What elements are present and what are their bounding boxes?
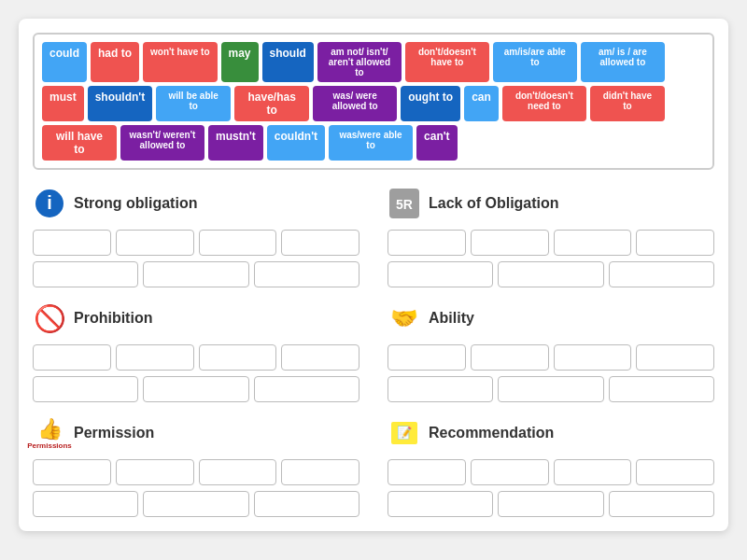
drop-box[interactable] xyxy=(199,344,277,371)
drop-box[interactable] xyxy=(554,344,632,371)
word-chip[interactable]: can xyxy=(464,86,499,121)
word-chip[interactable]: wasn't/ weren't allowed to xyxy=(120,125,204,161)
word-chip[interactable]: have/has to xyxy=(234,86,309,121)
word-chip[interactable]: shouldn't xyxy=(88,86,153,121)
drop-box[interactable] xyxy=(116,230,194,256)
word-chip[interactable]: couldn't xyxy=(267,125,325,161)
drop-box[interactable] xyxy=(143,491,248,517)
drop-box[interactable] xyxy=(33,376,138,402)
drop-box[interactable] xyxy=(254,261,359,287)
word-chip[interactable]: must xyxy=(42,86,84,121)
word-chip[interactable]: won't have to xyxy=(143,42,218,82)
category-recommendation: 📝Recommendation xyxy=(388,416,714,517)
word-chip[interactable]: will have to xyxy=(42,125,117,161)
drop-box[interactable] xyxy=(498,376,603,402)
drop-box[interactable] xyxy=(471,459,549,485)
drop-box[interactable] xyxy=(388,376,493,402)
drop-box[interactable] xyxy=(388,261,493,287)
drop-box[interactable] xyxy=(281,459,359,485)
drop-box[interactable] xyxy=(636,344,714,371)
word-chip[interactable]: don't/doesn't have to xyxy=(405,42,489,82)
word-chip[interactable]: can't xyxy=(416,125,458,161)
drop-box[interactable] xyxy=(388,459,466,485)
drop-row-prohibition-0 xyxy=(33,344,359,371)
drop-row-prohibition-1 xyxy=(33,376,359,402)
category-header-recommendation: 📝Recommendation xyxy=(388,416,714,450)
word-chip[interactable]: should xyxy=(262,42,314,82)
drop-box[interactable] xyxy=(609,491,714,517)
drop-row-recommendation-0 xyxy=(388,459,714,485)
category-title-prohibition: Prohibition xyxy=(74,310,152,327)
drop-box[interactable] xyxy=(199,459,277,485)
drop-row-ability-0 xyxy=(388,344,714,371)
drop-row-ability-1 xyxy=(388,376,714,402)
lack-icon: 5R xyxy=(388,187,421,220)
drop-box[interactable] xyxy=(388,230,466,256)
svg-text:5R: 5R xyxy=(396,197,413,212)
category-ability: 🤝Ability xyxy=(388,301,714,402)
word-chip[interactable]: am/is/are able to xyxy=(493,42,577,82)
obligation-icon: i xyxy=(33,187,66,220)
drop-box[interactable] xyxy=(471,230,549,256)
word-chip[interactable]: mustn't xyxy=(208,125,263,161)
word-chip[interactable]: am/ is / are allowed to xyxy=(581,42,665,82)
drop-row-lack-of-obligation-1 xyxy=(388,261,714,287)
word-chip[interactable]: could xyxy=(42,42,87,82)
categories-grid: iStrong obligation5RLack of Obligation🚫P… xyxy=(33,187,714,517)
recommendation-icon: 📝 xyxy=(388,416,421,450)
ability-icon: 🤝 xyxy=(388,301,421,335)
prohibition-icon: 🚫 xyxy=(33,301,66,335)
drop-box[interactable] xyxy=(254,491,359,517)
category-header-permission: 👍PermissionsPermission xyxy=(33,416,359,450)
drop-box[interactable] xyxy=(199,230,277,256)
drop-box[interactable] xyxy=(33,230,111,256)
drop-box[interactable] xyxy=(609,261,714,287)
drop-box[interactable] xyxy=(33,261,138,287)
drop-box[interactable] xyxy=(281,344,359,371)
word-chip[interactable]: was/were able to xyxy=(329,125,413,161)
word-bank: couldhad towon't have tomayshouldam not/… xyxy=(33,33,714,170)
word-chip[interactable]: don't/doesn't need to xyxy=(502,86,586,121)
drop-box[interactable] xyxy=(498,491,603,517)
drop-row-recommendation-1 xyxy=(388,491,714,517)
drop-box[interactable] xyxy=(33,344,111,371)
word-chip[interactable]: was/ were allowed to xyxy=(313,86,397,121)
drop-box[interactable] xyxy=(281,230,359,256)
drop-box[interactable] xyxy=(143,261,248,287)
category-lack-of-obligation: 5RLack of Obligation xyxy=(388,187,714,287)
category-title-lack-of-obligation: Lack of Obligation xyxy=(429,195,559,212)
word-chip[interactable]: didn't have to xyxy=(590,86,665,121)
drop-box[interactable] xyxy=(636,230,714,256)
word-chip[interactable]: will be able to xyxy=(156,86,231,121)
drop-box[interactable] xyxy=(116,459,194,485)
category-title-ability: Ability xyxy=(429,310,474,327)
word-chip[interactable]: am not/ isn't/ aren't allowed to xyxy=(317,42,402,82)
drop-box[interactable] xyxy=(116,344,194,371)
drop-row-permission-1 xyxy=(33,491,359,517)
category-header-ability: 🤝Ability xyxy=(388,301,714,335)
word-chip[interactable]: ought to xyxy=(401,86,460,121)
svg-text:📝: 📝 xyxy=(397,425,413,441)
drop-box[interactable] xyxy=(254,376,359,402)
category-prohibition: 🚫Prohibition xyxy=(33,301,359,402)
drop-box[interactable] xyxy=(33,459,111,485)
drop-box[interactable] xyxy=(554,459,632,485)
category-header-strong-obligation: iStrong obligation xyxy=(33,187,359,220)
drop-row-lack-of-obligation-0 xyxy=(388,230,714,256)
drop-box[interactable] xyxy=(554,230,632,256)
drop-row-strong-obligation-0 xyxy=(33,230,359,256)
drop-box[interactable] xyxy=(143,376,248,402)
category-permission: 👍PermissionsPermission xyxy=(33,416,359,517)
drop-box[interactable] xyxy=(388,344,466,371)
drop-box[interactable] xyxy=(388,491,493,517)
drop-box[interactable] xyxy=(498,261,603,287)
category-header-prohibition: 🚫Prohibition xyxy=(33,301,359,335)
drop-box[interactable] xyxy=(609,376,714,402)
drop-box[interactable] xyxy=(636,459,714,485)
svg-text:i: i xyxy=(47,192,52,213)
word-chip[interactable]: had to xyxy=(91,42,139,82)
category-title-strong-obligation: Strong obligation xyxy=(74,195,197,212)
drop-box[interactable] xyxy=(471,344,549,371)
word-chip[interactable]: may xyxy=(221,42,259,82)
drop-box[interactable] xyxy=(33,491,138,517)
